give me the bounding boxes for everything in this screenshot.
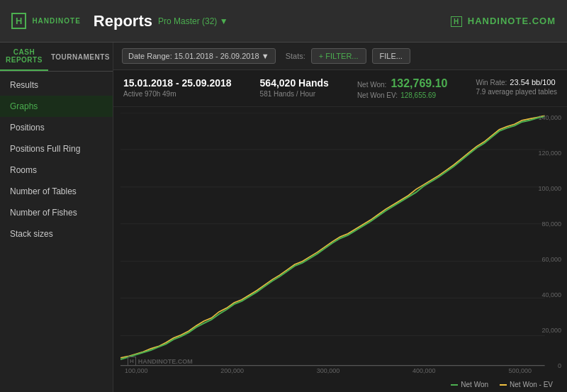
chart-svg <box>120 113 560 373</box>
stat-hands: 564,020 Hands <box>260 77 329 89</box>
chart-legend: Net Won Net Won - EV <box>451 381 553 388</box>
app-header: H HANDINOTE Reports Pro Master (32) ▼ H … <box>0 0 567 43</box>
stat-net-won-block: Net Won: 132,769.10 Net Won EV: 128,655.… <box>357 77 448 99</box>
sidebar-item-stack-sizes[interactable]: Stack sizes <box>0 223 113 245</box>
legend-net-won-label: Net Won <box>461 381 488 388</box>
sidebar-item-number-of-fishes[interactable]: Number of Fishes <box>0 202 113 223</box>
sidebar-item-number-of-tables[interactable]: Number of Tables <box>0 181 113 202</box>
sidebar-item-graphs[interactable]: Graphs <box>0 96 113 117</box>
date-range-button[interactable]: Date Range: 15.01.2018 - 26.09.2018 ▼ <box>122 48 276 64</box>
stat-net-won-ev-value: 128,655.69 <box>400 91 436 99</box>
file-button[interactable]: FILE... <box>372 48 410 64</box>
sidebar-item-positions-full-ring[interactable]: Positions Full Ring <box>0 138 113 159</box>
site-brand: H HANDINOTE.COM <box>451 16 556 26</box>
tab-tournaments[interactable]: TOURNAMENTS <box>48 43 113 71</box>
reports-title: Reports <box>94 12 152 30</box>
sidebar: CASH REPORTS TOURNAMENTS Results Graphs … <box>0 43 113 392</box>
chart-line-ev <box>120 116 545 358</box>
player-selector-button[interactable]: Pro Master (32) ▼ <box>158 16 228 26</box>
legend-dot-yellow <box>500 384 507 386</box>
chart-shaded-area <box>120 116 545 359</box>
chart-container: 140,000 120,000 100,000 80,000 60,000 40… <box>113 107 567 392</box>
logo-area: H HANDINOTE <box>11 13 81 29</box>
stat-hands-per-hour: 581 Hands / Hour <box>260 90 329 98</box>
chart-line-net-won <box>120 116 545 359</box>
logo-icon: H <box>11 13 26 29</box>
sidebar-item-rooms[interactable]: Rooms <box>0 159 113 181</box>
main-layout: CASH REPORTS TOURNAMENTS Results Graphs … <box>0 43 567 392</box>
chart-watermark: H HANDINOTE.COM <box>128 357 193 366</box>
stats-bar: 15.01.2018 - 25.09.2018 Active 970h 49m … <box>113 70 567 107</box>
stat-date-range: 15.01.2018 - 25.09.2018 <box>123 77 232 89</box>
stat-net-won-ev-label: Net Won EV: <box>357 91 398 99</box>
tab-row: CASH REPORTS TOURNAMENTS <box>0 43 113 72</box>
stat-win-rate-label: Win Rate: <box>476 79 507 86</box>
legend-dot-green <box>451 384 458 386</box>
stat-net-won-label: Net Won: <box>357 81 387 89</box>
toolbar: Date Range: 15.01.2018 - 26.09.2018 ▼ St… <box>113 43 567 70</box>
tab-cash-reports[interactable]: CASH REPORTS <box>0 43 48 71</box>
stat-hands-block: 564,020 Hands 581 Hands / Hour <box>260 77 329 98</box>
stats-label: Stats: <box>286 52 305 60</box>
sidebar-item-results[interactable]: Results <box>0 74 113 96</box>
stat-winrate-block: Win Rate: 23.54 bb/100 7.9 average playe… <box>476 77 557 96</box>
app-name-label: HANDINOTE <box>32 17 80 25</box>
stat-net-won-value: 132,769.10 <box>391 77 447 90</box>
legend-net-won: Net Won <box>451 381 488 388</box>
content-area: Date Range: 15.01.2018 - 26.09.2018 ▼ St… <box>113 43 567 392</box>
filter-button[interactable]: + FILTER... <box>311 48 366 64</box>
sidebar-menu: Results Graphs Positions Positions Full … <box>0 72 113 245</box>
stat-avg-tables: 7.9 average played tables <box>476 88 557 96</box>
stat-date-block: 15.01.2018 - 25.09.2018 Active 970h 49m <box>123 77 232 98</box>
sidebar-item-positions[interactable]: Positions <box>0 117 113 138</box>
stat-win-rate-value: 23.54 bb/100 <box>510 78 555 86</box>
legend-net-won-ev-label: Net Won - EV <box>510 381 553 388</box>
stat-active-time: Active 970h 49m <box>123 90 232 98</box>
legend-net-won-ev: Net Won - EV <box>500 381 553 388</box>
